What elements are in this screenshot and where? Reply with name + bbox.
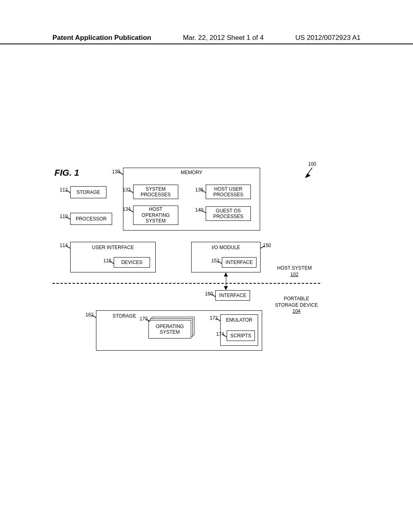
lead-174-icon [223,333,228,339]
page-header: Patent Application Publication Mar. 22, … [0,34,413,44]
interface-bottom-box: INTERFACE [215,290,250,301]
scripts-box: SCRIPTS [227,330,255,341]
system-processes-label: SYSTEM PROCESSES [141,186,171,198]
svg-line-10 [110,261,114,264]
interface-bottom-label: INTERFACE [219,293,246,298]
svg-line-16 [216,318,220,321]
emulator-box: EMULATOR [220,314,258,346]
processor-label: PROCESSOR [76,216,107,222]
header-row: Patent Application Publication Mar. 22, … [0,34,413,42]
separator-line [52,283,320,284]
lead-110-icon [66,215,72,221]
header-right: US 2012/0072923 A1 [295,34,361,42]
arrow-100-icon [305,166,321,178]
lead-112-icon [66,189,72,194]
host-os-label: HOST OPERATING SYSTEM [142,206,170,224]
header-center: Mar. 22, 2012 Sheet 1 of 4 [183,34,263,42]
lead-114-icon [66,244,72,250]
lead-140-icon [202,209,207,214]
lead-134-icon [129,208,135,214]
operating-system-label: OPERATING SYSTEM [156,324,184,335]
storage-label: STORAGE [77,189,100,195]
storage-box: STORAGE [70,186,106,198]
system-processes-box: SYSTEM PROCESSES [133,185,178,199]
devices-box: DEVICES [114,257,150,268]
svg-line-12 [218,261,222,264]
interface-top-box: INTERFACE [222,257,257,268]
storage-bottom-label: STORAGE [113,313,136,319]
svg-line-6 [202,210,206,213]
svg-line-4 [129,210,133,212]
host-system-region: HOST SYSTEM 102 [270,265,319,278]
svg-line-7 [66,190,70,193]
lead-130-icon [119,170,124,176]
arrow-up-icon [224,272,228,276]
lead-162-icon [92,314,98,319]
guest-os-processes-box: GUEST OS PROCESSES [206,206,251,221]
lead-132-icon [129,189,135,194]
header-left: Patent Application Publication [52,34,151,42]
svg-line-17 [223,335,227,337]
figure-diagram: FIG. 1 100 MEMORY 130 SYSTEM PROCESSES 1… [52,168,359,357]
processor-box: PROCESSOR [70,213,112,225]
io-module-label: I/O MODULE [212,245,240,250]
guest-os-processes-label: GUEST OS PROCESSES [213,208,244,220]
scripts-label: SCRIPTS [230,333,251,339]
svg-line-5 [202,190,206,193]
svg-line-13 [211,294,215,297]
devices-label: DEVICES [121,260,143,265]
lead-160-icon [211,293,217,298]
host-user-processes-box: HOST USER PROCESSES [206,185,251,199]
svg-line-8 [66,217,70,219]
lead-170-icon [146,318,152,323]
lead-136-icon [202,189,207,194]
svg-line-2 [119,172,123,175]
lead-152-icon [218,260,223,265]
memory-label: MEMORY [181,170,202,175]
host-os-box: HOST OPERATING SYSTEM [133,206,178,225]
lead-172-icon [216,317,222,322]
host-system-label: HOST SYSTEM [277,265,312,271]
host-system-ref: 102 [290,272,298,277]
lead-116-icon [110,260,115,265]
host-user-processes-label: HOST USER PROCESSES [213,186,244,198]
svg-line-9 [66,246,70,248]
operating-system-box: OPERATING SYSTEM [148,320,191,339]
arrow-down-icon [224,286,228,290]
interface-top-label: INTERFACE [225,260,252,265]
lead-150-icon [259,244,265,250]
portable-label: PORTABLE STORAGE DEVICE [275,296,318,308]
svg-line-14 [92,315,96,318]
user-interface-label: USER INTERFACE [92,245,134,250]
portable-region: PORTABLE STORAGE DEVICE 104 [270,296,323,315]
emulator-label: EMULATOR [226,317,252,323]
portable-ref: 104 [292,308,300,314]
figure-label: FIG. 1 [54,168,79,178]
svg-line-11 [261,246,265,248]
svg-marker-1 [305,173,311,178]
svg-line-3 [129,190,133,193]
svg-line-15 [146,319,150,322]
